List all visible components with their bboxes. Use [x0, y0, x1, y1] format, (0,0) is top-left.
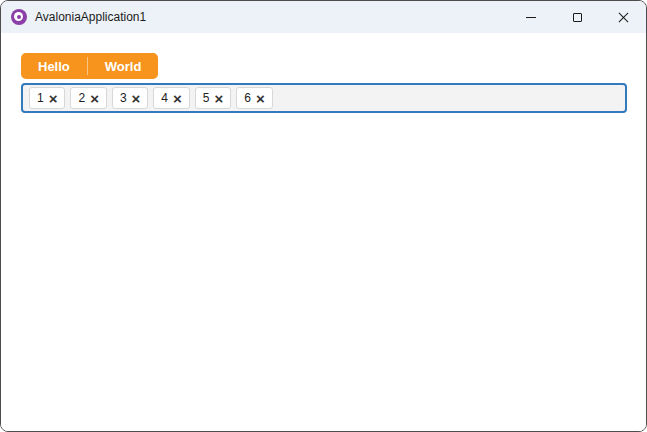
tag-chip[interactable]: 3 ×: [112, 87, 148, 109]
close-button[interactable]: [600, 1, 646, 33]
minimize-icon: [526, 17, 536, 18]
minimize-button[interactable]: [508, 1, 554, 33]
maximize-icon: [573, 13, 582, 22]
tag-remove-icon[interactable]: ×: [173, 91, 182, 106]
tag-remove-icon[interactable]: ×: [256, 91, 265, 106]
hello-world-split-button: Hello World: [21, 53, 158, 79]
tag-remove-icon[interactable]: ×: [132, 91, 141, 106]
app-window: AvaloniaApplication1 Hello World 1 × 2 ×: [0, 0, 647, 432]
tag-chip-label: 6: [244, 91, 251, 105]
tag-remove-icon[interactable]: ×: [49, 91, 58, 106]
tag-remove-icon[interactable]: ×: [90, 91, 99, 106]
avalonia-logo-icon: [11, 9, 27, 25]
window-content: Hello World 1 × 2 × 3 × 4 ×: [1, 33, 646, 431]
maximize-button[interactable]: [554, 1, 600, 33]
tags-input[interactable]: 1 × 2 × 3 × 4 × 5 × 6: [21, 83, 627, 113]
tag-chip-label: 2: [78, 91, 85, 105]
tag-chip[interactable]: 6 ×: [236, 87, 272, 109]
window-title: AvaloniaApplication1: [35, 10, 146, 24]
tag-chip[interactable]: 1 ×: [29, 87, 65, 109]
tag-chip[interactable]: 5 ×: [195, 87, 231, 109]
world-button[interactable]: World: [88, 53, 159, 79]
tag-chip[interactable]: 4 ×: [153, 87, 189, 109]
title-bar[interactable]: AvaloniaApplication1: [1, 1, 646, 33]
tag-chip[interactable]: 2 ×: [70, 87, 106, 109]
close-icon: [618, 12, 629, 23]
tag-remove-icon[interactable]: ×: [215, 91, 224, 106]
tag-chip-label: 1: [37, 91, 44, 105]
tag-chip-label: 4: [161, 91, 168, 105]
tag-chip-label: 5: [203, 91, 210, 105]
hello-button[interactable]: Hello: [21, 53, 87, 79]
tag-chip-label: 3: [120, 91, 127, 105]
